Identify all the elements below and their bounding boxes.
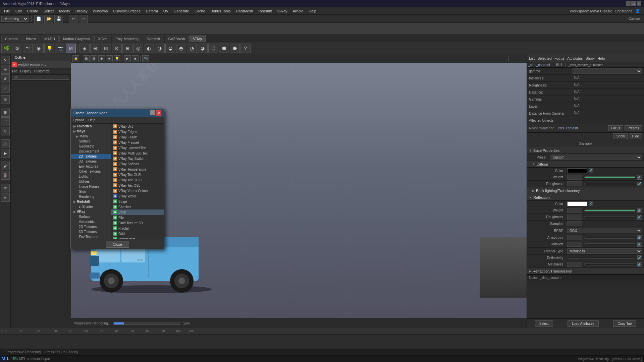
dialog-close-btn[interactable]: ✕ bbox=[156, 110, 161, 116]
tree-redshift[interactable]: ▶ Redshift bbox=[71, 199, 111, 204]
tab-motion-graphics[interactable]: Motion Graphics bbox=[59, 36, 94, 42]
rotation-link-btn[interactable]: 🔗 bbox=[637, 242, 642, 247]
shelf-extra9[interactable]: ◒ bbox=[165, 44, 175, 53]
diffuse-weight-slider[interactable] bbox=[584, 176, 635, 178]
shelf-extra11[interactable]: ◔ bbox=[187, 44, 197, 53]
select-tool-btn[interactable]: ↖ bbox=[1, 56, 10, 64]
refl-color-link-btn[interactable]: 🔗 bbox=[589, 201, 593, 206]
shelf-extra5[interactable]: ⊕ bbox=[122, 44, 132, 53]
tree-image-planes[interactable]: Image Planes bbox=[71, 184, 111, 189]
tree-maya-sub[interactable]: ▶ Maya bbox=[71, 134, 111, 139]
refl-roughness-input[interactable]: 0.000 bbox=[567, 215, 582, 220]
tree-rs-shader[interactable]: ▶ Shader bbox=[71, 204, 111, 209]
render-btn[interactable]: 🎥 bbox=[1, 139, 10, 148]
tab-mash[interactable]: MASH bbox=[41, 36, 59, 42]
metalness-input[interactable]: 0.000 bbox=[567, 262, 582, 267]
move-tool-btn[interactable]: ✛ bbox=[1, 65, 10, 74]
rp-tab-attributes[interactable]: Attributes bbox=[567, 56, 583, 60]
focus-btn[interactable]: Focus bbox=[608, 125, 623, 131]
menu-bonus-tools[interactable]: Bonus Tools bbox=[208, 8, 233, 14]
tree-vray-volumetric[interactable]: Volumetric bbox=[71, 219, 111, 224]
snap-point-btn[interactable]: ⊙ bbox=[1, 127, 10, 135]
node-vray-multi[interactable]: ▣ VRay Multi Sub Tex bbox=[111, 150, 164, 156]
metalness-link-btn[interactable]: 🔗 bbox=[637, 262, 642, 267]
tab-vray[interactable]: VRay bbox=[190, 36, 206, 42]
outliner-menu-file[interactable]: File bbox=[12, 69, 17, 73]
backlighting-header[interactable]: ▶ Back lighting/Translucency bbox=[527, 187, 644, 194]
node-vray-vertex[interactable]: ▣ VRay Vertex Colors bbox=[111, 188, 164, 193]
tree-vray-2d[interactable]: 2D Textures bbox=[71, 224, 111, 229]
shelf-extra4[interactable]: ⊙ bbox=[112, 44, 122, 53]
snap-grid-btn[interactable]: ⊞ bbox=[1, 108, 10, 117]
node-vray-ray[interactable]: ▣ VRay Ray Switch bbox=[111, 156, 164, 161]
menu-deform[interactable]: Deform bbox=[143, 8, 161, 14]
diffuse-roughness-link-btn[interactable]: 🔗 bbox=[637, 182, 642, 186]
shelf-extra13[interactable]: ⬡ bbox=[208, 44, 218, 53]
vp-select-camera-btn[interactable]: 📷 bbox=[142, 55, 149, 62]
node-vray-water[interactable]: ▣ VRay Water bbox=[111, 193, 164, 199]
reflectivity-slider[interactable] bbox=[568, 257, 635, 259]
tree-vray-env[interactable]: Env Textures bbox=[71, 234, 111, 239]
scale-tool-btn[interactable]: ⤢ bbox=[1, 84, 10, 93]
node-vray-edges[interactable]: ▣ VRay Edges bbox=[111, 129, 164, 134]
minimize-btn[interactable]: _ bbox=[626, 1, 631, 6]
outliner-menu-customize[interactable]: Customize bbox=[34, 69, 50, 73]
vp-wireframe-btn[interactable]: ⊟ bbox=[91, 55, 97, 62]
menu-uv[interactable]: UV bbox=[161, 8, 171, 14]
shelf-extra16[interactable]: ? bbox=[240, 44, 251, 53]
diffuse-header[interactable]: ▼ Diffuse bbox=[527, 161, 644, 168]
rp-tab-selected[interactable]: Selected bbox=[537, 56, 552, 60]
shelf-extra8[interactable]: ◑ bbox=[155, 44, 165, 53]
diffuse-weight-input[interactable]: 1.000 bbox=[567, 175, 582, 180]
tree-other-textures[interactable]: Other Textures bbox=[71, 169, 111, 174]
shelf-render-icon[interactable]: ◉ bbox=[34, 44, 44, 53]
node-bulge[interactable]: ▣ Bulge bbox=[111, 199, 164, 204]
tree-geometric[interactable]: Geometric bbox=[71, 144, 111, 149]
base-properties-header[interactable]: ▼ Base Properties bbox=[527, 147, 644, 154]
brdf-select[interactable]: GGX Beckmann Phong bbox=[567, 228, 642, 233]
tab-gozbrush[interactable]: GoZBrush bbox=[165, 36, 189, 42]
tree-3d-textures[interactable]: 3D Textures bbox=[71, 159, 111, 164]
tree-vray-3d[interactable]: 3D Textures bbox=[71, 229, 111, 234]
tree-2d-textures[interactable]: 2D Textures bbox=[71, 154, 111, 159]
menu-arnold[interactable]: Arnold bbox=[290, 8, 306, 14]
hide-btn[interactable]: Hide bbox=[629, 133, 642, 139]
vp-zoom-input[interactable]: 67 % bbox=[508, 56, 525, 61]
node-fractal[interactable]: ▣ Fractal bbox=[111, 226, 164, 231]
dialog-close-footer-btn[interactable]: Close bbox=[106, 241, 129, 248]
shelf-extra14[interactable]: ⬢ bbox=[219, 44, 229, 53]
timeline-track[interactable] bbox=[0, 335, 644, 349]
rp-tab-show[interactable]: Show bbox=[585, 56, 595, 60]
copy-tab-btn[interactable]: Copy Tab bbox=[613, 320, 636, 327]
menu-windows[interactable]: Windows bbox=[90, 8, 111, 14]
tree-displacement[interactable]: Displacement bbox=[71, 149, 111, 154]
tree-vray-surface[interactable]: Surface bbox=[71, 214, 111, 219]
node-mandelbrot[interactable]: ▣ Mandelbrot bbox=[111, 236, 164, 239]
tree-surface[interactable]: Surface bbox=[71, 139, 111, 144]
new-scene-btn[interactable]: 📄 bbox=[34, 14, 43, 23]
shelf-material-icon[interactable]: M bbox=[66, 44, 76, 53]
open-btn[interactable]: 📂 bbox=[44, 14, 53, 23]
outliner-menu-display[interactable]: Display bbox=[20, 69, 31, 73]
menu-select[interactable]: Select bbox=[41, 8, 57, 14]
shelf-extra10[interactable]: ◓ bbox=[176, 44, 186, 53]
refl-roughness-link-btn[interactable]: 🔗 bbox=[637, 215, 642, 220]
shelf-extra1[interactable]: ◈ bbox=[79, 44, 90, 53]
show-hide-btn[interactable]: 👁 bbox=[1, 184, 10, 192]
maximize-btn[interactable]: □ bbox=[631, 1, 636, 6]
menu-vray[interactable]: V-Ray bbox=[275, 8, 290, 14]
gamma-select[interactable] bbox=[573, 68, 642, 74]
refl-color-swatch[interactable] bbox=[567, 201, 587, 206]
menu-generate[interactable]: Generate bbox=[171, 8, 192, 14]
diffuse-weight-link-btn[interactable]: 🔗 bbox=[637, 175, 642, 180]
node-vray-layered[interactable]: ▣ VRay Layered Tex bbox=[111, 145, 164, 150]
node-file[interactable]: ▣ File bbox=[111, 215, 164, 220]
refl-weight-slider[interactable] bbox=[584, 209, 635, 212]
dialog-menu-help[interactable]: Help bbox=[88, 118, 95, 122]
node-vray-fresnel[interactable]: ▣ VRay Fresnel bbox=[111, 140, 164, 145]
sculpt-btn[interactable]: 🗿 bbox=[1, 171, 10, 180]
snap-curve-btn[interactable]: ⌒ bbox=[1, 117, 10, 126]
vp-playblast-btn[interactable]: ▶ bbox=[124, 55, 131, 62]
vp-shaded-btn[interactable]: ◉ bbox=[98, 55, 105, 62]
tree-env-textures[interactable]: Env Textures bbox=[71, 164, 111, 169]
